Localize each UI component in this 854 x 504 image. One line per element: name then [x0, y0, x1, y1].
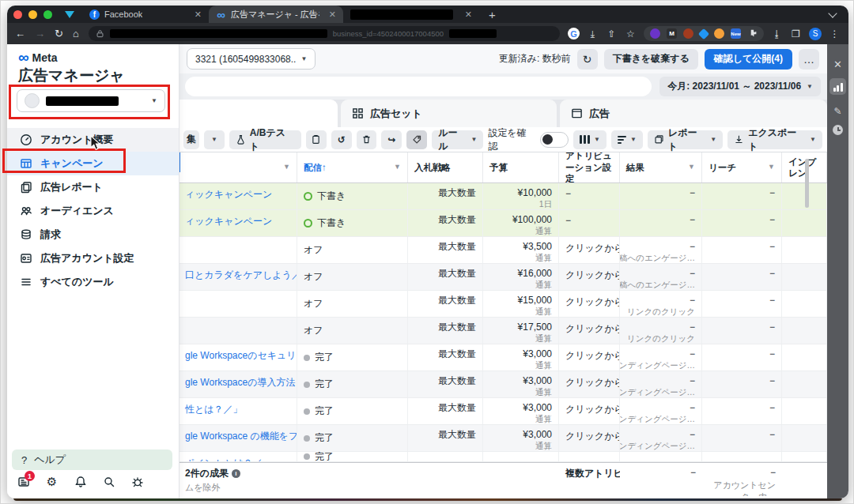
table-row[interactable]: ィックキャンペーン 下書き 最大数量 ¥100,000通算 − − − [179, 210, 827, 237]
extension-fox-icon[interactable] [714, 28, 724, 39]
col-header-name[interactable]: ▼ [179, 152, 297, 182]
campaign-name-cell[interactable]: ポイントとは？／ [179, 452, 297, 461]
campaign-name-cell[interactable] [179, 318, 297, 344]
downloads-icon[interactable]: ⭳ [771, 28, 783, 39]
charts-icon[interactable] [829, 78, 846, 95]
bookmark-star-icon[interactable]: ☆ [625, 28, 637, 39]
tab-ads[interactable]: 広告 [560, 100, 827, 127]
report-dropdown[interactable]: レポート ▼ [648, 130, 723, 149]
table-row[interactable]: オフ 最大数量 ¥17,500通算 クリックから… −リンクのクリック − [179, 318, 827, 344]
edit-pencil-icon[interactable]: ✎ [833, 106, 841, 117]
notifications-bell-icon[interactable] [74, 475, 87, 488]
table-row[interactable]: gle Workspace の機能をフル活… 完了 最大数量 ¥3,000通算 … [179, 425, 827, 452]
table-row[interactable]: 性とは？／」 完了 最大数量 ¥3,000通算 クリックから… −ランディングペ… [179, 398, 827, 425]
reload-icon[interactable]: ↻ [55, 28, 63, 39]
refresh-button[interactable]: ↻ [577, 49, 598, 70]
help-button[interactable]: ? ヘルプ [12, 449, 172, 470]
duplicate-button[interactable] [306, 130, 327, 149]
ab-test-button[interactable]: A/Bテスト [229, 130, 301, 149]
traffic-light-zoom[interactable] [43, 10, 52, 19]
tab-ad-sets[interactable]: 広告セット [341, 100, 557, 127]
rules-dropdown[interactable]: ルール ▼ [432, 130, 483, 149]
bug-report-icon[interactable] [130, 475, 144, 488]
install-icon[interactable]: ⤓ [587, 28, 599, 39]
tag-button[interactable] [406, 130, 427, 149]
extension-purple-icon[interactable] [650, 28, 660, 39]
tab-redacted[interactable]: ✕ [343, 6, 479, 23]
side-panel-icon[interactable]: ❐ [790, 28, 802, 39]
col-header-delivery[interactable]: 配信↑▼ [297, 152, 408, 182]
col-header-bid-strategy[interactable]: 入札戦略 [408, 152, 483, 182]
table-row[interactable]: オフ 最大数量 ¥15,000通算 クリックから… −リンクのクリック − [179, 291, 827, 318]
undo-button[interactable]: ↺ [331, 130, 352, 149]
search-icon[interactable] [102, 475, 115, 488]
campaign-name-cell[interactable] [179, 291, 297, 317]
extension-redir-icon[interactable] [683, 28, 693, 39]
extension-diamond-icon[interactable] [698, 28, 709, 39]
table-row[interactable]: ィックキャンペーン 下書き 最大数量 ¥10,0001日 − − − [179, 183, 827, 210]
table-row[interactable]: オフ 最大数量 ¥3,500通算 クリックから… −投稿へのエンゲージ… − [179, 237, 827, 264]
campaign-name-cell[interactable] [179, 237, 297, 263]
check-settings-toggle[interactable] [540, 132, 569, 148]
review-publish-button[interactable]: 確認して公開(4) [705, 49, 792, 70]
delete-button[interactable] [357, 130, 377, 149]
move-button[interactable]: ↪ [381, 130, 402, 149]
campaign-name-cell[interactable]: 性とは？／」 [179, 398, 297, 424]
campaign-name-cell[interactable]: ィックキャンペーン [179, 183, 297, 209]
search-filter-input[interactable] [185, 77, 652, 96]
sidebar-item-audiences[interactable]: オーディエンス [7, 199, 179, 223]
history-clock-icon[interactable] [833, 125, 843, 135]
discard-draft-button[interactable]: 下書きを破棄する [604, 49, 698, 70]
address-bar[interactable]: business_id=4502400017004500 [89, 26, 560, 41]
new-tab-button[interactable]: + [489, 8, 496, 21]
extension-m-icon[interactable]: M [667, 28, 677, 39]
tab-close-icon[interactable]: ✕ [329, 9, 336, 20]
back-icon[interactable]: ← [15, 28, 25, 39]
forward-icon[interactable]: → [35, 28, 45, 39]
campaign-name-cell[interactable]: 口とカラダをケアしよう／」 [179, 264, 297, 290]
breakdown-dropdown[interactable]: ▼ [611, 130, 643, 149]
tab-ads-manager[interactable]: ∞ 広告マネージャ - 広告を管理 - キ ✕ [209, 6, 343, 23]
google-icon[interactable]: G [568, 28, 580, 39]
info-icon[interactable]: i [232, 469, 240, 478]
edit-dropdown[interactable]: ▼ [204, 130, 225, 149]
profile-avatar[interactable]: S [809, 28, 822, 40]
extension-new-icon[interactable]: New [731, 28, 741, 39]
sidebar-item-billing[interactable]: 請求 [7, 223, 179, 246]
campaign-name-cell[interactable]: ィックキャンペーン [179, 210, 297, 236]
table-row[interactable]: ポイントとは？／ 完了 [179, 452, 827, 462]
share-icon[interactable]: ⇧ [606, 28, 618, 39]
tab-campaigns[interactable] [179, 100, 338, 127]
pinned-tab-icon[interactable] [65, 11, 74, 18]
sidebar-item-all-tools[interactable]: すべてのツール [7, 270, 179, 294]
sidebar-item-ads-reporting[interactable]: 広告レポート [7, 175, 179, 199]
tab-facebook[interactable]: f Facebook ✕ [82, 6, 209, 23]
export-dropdown[interactable]: エクスポート ▼ [727, 130, 822, 149]
home-icon[interactable]: ⌂ [73, 28, 79, 39]
date-range-selector[interactable]: 今月: 2023/11/01 ～ 2023/11/06 ▼ [659, 77, 821, 96]
col-header-budget[interactable]: 予算 [483, 152, 559, 182]
col-header-reach[interactable]: リーチ▼ [702, 152, 782, 182]
vertical-scrollbar[interactable] [805, 159, 809, 208]
campaign-name-cell[interactable]: gle Workspace の機能をフル活… [179, 425, 297, 451]
sidebar-item-ad-account-settings[interactable]: 広告アカウント設定 [7, 246, 179, 270]
campaign-name-cell[interactable]: gle Workspaceの導入方法とは… [179, 371, 297, 397]
traffic-light-minimize[interactable] [28, 10, 37, 19]
account-dropdown[interactable]: 3321 (1605499833068.. ▼ [187, 48, 316, 70]
tab-search-chevron-icon[interactable] [828, 9, 837, 17]
traffic-light-close[interactable] [13, 10, 22, 19]
settings-gear-icon[interactable]: ⚙ [45, 475, 59, 488]
edit-button-truncated[interactable]: 集 [183, 130, 199, 149]
table-row[interactable]: gle Workspaceのセキュリティ… 完了 最大数量 ¥3,000通算 ク… [179, 344, 827, 371]
tab-close-icon[interactable]: ✕ [195, 9, 202, 20]
col-header-attribution[interactable]: アトリビューション設定 [559, 152, 620, 182]
table-row[interactable]: 口とカラダをケアしよう／」 オフ 最大数量 ¥16,000通算 クリックから… … [179, 264, 827, 291]
col-header-results[interactable]: 結果▼ [620, 152, 702, 182]
campaign-name-cell[interactable]: gle Workspaceのセキュリティ… [179, 344, 297, 370]
table-row[interactable]: gle Workspaceの導入方法とは… 完了 最大数量 ¥3,000通算 ク… [179, 371, 827, 398]
columns-dropdown[interactable]: ▼ [573, 130, 606, 149]
chrome-menu-icon[interactable]: ⋮ [829, 28, 841, 39]
close-icon[interactable]: ✕ [833, 58, 842, 70]
announcements-icon[interactable]: 1 [17, 475, 30, 488]
extensions-puzzle-icon[interactable] [747, 28, 758, 39]
